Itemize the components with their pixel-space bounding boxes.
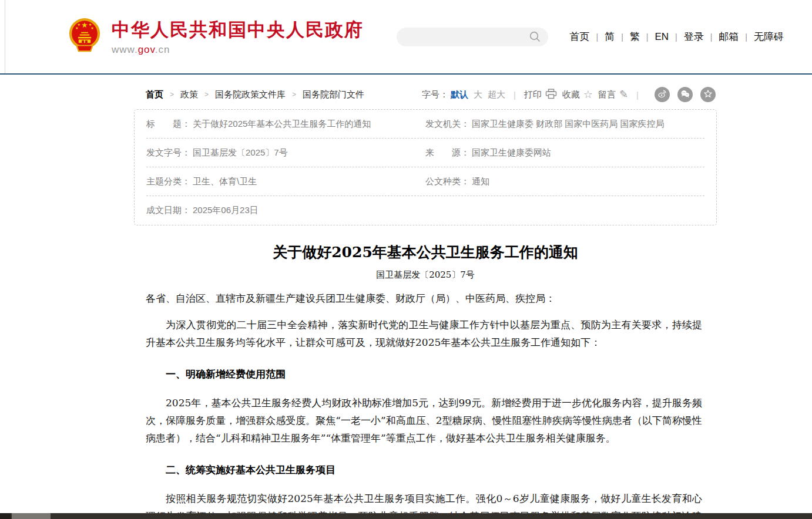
breadcrumb-policy-library[interactable]: 国务院政策文件库	[215, 89, 286, 100]
breadcrumb-separator-icon	[292, 90, 296, 99]
nav-simplified-chinese[interactable]: 简	[598, 30, 621, 43]
meta-date-value: 2025年06月23日	[193, 205, 259, 216]
comment-button[interactable]: 留言 ✎	[598, 89, 628, 100]
font-size-xlarge-button[interactable]: 超大	[488, 89, 505, 100]
tools-separator	[636, 90, 639, 100]
article-section-heading: 一、明确新增经费使用范围	[146, 365, 702, 383]
breadcrumb: 首页 政策 国务院政策文件库 国务院部门文件	[146, 89, 364, 100]
scrollbar-thumb[interactable]	[12, 513, 51, 519]
pencil-icon: ✎	[619, 89, 628, 100]
toolbar-row: 首页 政策 国务院政策文件库 国务院部门文件 字号： 默认 大 超大 打印	[134, 87, 717, 102]
meta-doc-type-label: 公文种类：	[425, 176, 469, 187]
search-box[interactable]	[397, 28, 548, 46]
article-section-heading: 二、统筹实施好基本公共卫生服务项目	[146, 461, 702, 478]
meta-row: 标 题： 关于做好2025年基本公共卫生服务工作的通知 发文机关： 国家卫生健康…	[146, 110, 704, 139]
site-title: 中华人民共和国中央人民政府	[112, 18, 364, 42]
site-url: www.gov.cn	[112, 44, 364, 56]
share-wechat-button[interactable]	[677, 87, 693, 102]
site-header: ★ ★ ★ ★ ★ 中华人民共和国中央人民政府 w	[0, 0, 812, 73]
document-title: 关于做好2025年基本公共卫生服务工作的通知	[134, 242, 717, 262]
header-divider	[0, 73, 812, 75]
qzone-star-icon	[703, 89, 713, 100]
breadcrumb-separator-icon	[170, 90, 174, 99]
meta-topic-value: 卫生、体育\卫生	[193, 176, 257, 187]
breadcrumb-home[interactable]: 首页	[146, 89, 163, 100]
nav-english[interactable]: EN	[648, 31, 675, 43]
meta-row: 主题分类： 卫生、体育\卫生 公文种类： 通知	[146, 167, 704, 196]
horizontal-scrollbar[interactable]	[0, 513, 812, 519]
meta-source-value: 国家卫生健康委网站	[472, 147, 551, 159]
svg-text:★: ★	[81, 21, 88, 29]
page-left-edge	[5, 0, 5, 73]
search-input[interactable]	[406, 32, 529, 42]
nav-home[interactable]: 首页	[563, 30, 596, 43]
tools-separator	[514, 90, 516, 100]
breadcrumb-separator-icon	[204, 90, 209, 99]
meta-doc-type-value: 通知	[472, 176, 489, 187]
meta-doc-number-value: 国卫基层发〔2025〕7号	[193, 147, 288, 159]
font-size-default-button[interactable]: 默认	[451, 89, 468, 100]
meta-issuing-agency-value: 国家卫生健康委 财政部 国家中医药局 国家疾控局	[472, 119, 665, 130]
share-qzone-button[interactable]	[700, 87, 716, 102]
article-tools: 字号： 默认 大 超大 打印 收藏	[422, 87, 716, 102]
meta-title-label: 标 题：	[146, 119, 190, 130]
printer-icon	[545, 89, 557, 101]
star-icon: ☆	[583, 89, 593, 100]
share-weibo-button[interactable]	[655, 87, 670, 102]
article-paragraph: 为深入贯彻党的二十届三中全会精神，落实新时代党的卫生与健康工作方针中以基层为重点…	[146, 316, 702, 351]
print-button[interactable]: 打印	[524, 89, 557, 101]
site-logo[interactable]: ★ ★ ★ ★ ★ 中华人民共和国中央人民政府 w	[66, 18, 364, 56]
meta-row: 成文日期： 2025年06月23日	[146, 196, 704, 225]
nav-accessibility[interactable]: 无障碍	[747, 30, 790, 43]
favorite-button[interactable]: 收藏 ☆	[562, 89, 593, 100]
nav-login[interactable]: 登录	[677, 30, 710, 43]
meta-topic-label: 主题分类：	[146, 176, 190, 187]
article-body: 各省、自治区、直辖市及新疆生产建设兵团卫生健康委、财政厅（局）、中医药局、疾控局…	[134, 289, 717, 519]
scrollbar-cap	[0, 513, 11, 519]
meta-row: 发文字号： 国卫基层发〔2025〕7号 来 源： 国家卫生健康委网站	[146, 139, 704, 167]
page: ★ ★ ★ ★ ★ 中华人民共和国中央人民政府 w	[0, 0, 812, 519]
meta-date-label: 成文日期：	[146, 205, 190, 216]
meta-issuing-agency-label: 发文机关：	[425, 119, 469, 130]
breadcrumb-department-documents: 国务院部门文件	[303, 89, 364, 100]
weibo-icon	[657, 89, 667, 100]
nav-mailbox[interactable]: 邮箱	[712, 30, 745, 43]
font-size-label: 字号：	[422, 89, 448, 100]
nav-traditional-chinese[interactable]: 繁	[623, 30, 646, 43]
top-nav: 首页 简 繁 EN 登录 邮箱 无障碍	[563, 30, 790, 43]
article-paragraph: 2025年，基本公共卫生服务经费人均财政补助标准增加5元，达到99元。新增经费用…	[146, 394, 702, 447]
national-emblem-icon: ★ ★ ★ ★ ★	[66, 18, 103, 56]
meta-source-label: 来 源：	[425, 147, 469, 159]
meta-title-value: 关于做好2025年基本公共卫生服务工作的通知	[193, 119, 371, 130]
font-size-large-button[interactable]: 大	[474, 89, 482, 100]
meta-doc-number-label: 发文字号：	[146, 147, 190, 159]
document-number: 国卫基层发〔2025〕7号	[134, 269, 717, 281]
svg-text:★: ★	[90, 26, 94, 30]
search-icon[interactable]	[529, 31, 541, 43]
svg-text:★: ★	[75, 26, 79, 30]
breadcrumb-policy[interactable]: 政策	[180, 89, 198, 100]
document-meta-box: 标 题： 关于做好2025年基本公共卫生服务工作的通知 发文机关： 国家卫生健康…	[134, 109, 717, 225]
wechat-icon	[680, 89, 690, 101]
article-salutation: 各省、自治区、直辖市及新疆生产建设兵团卫生健康委、财政厅（局）、中医药局、疾控局…	[146, 289, 702, 307]
